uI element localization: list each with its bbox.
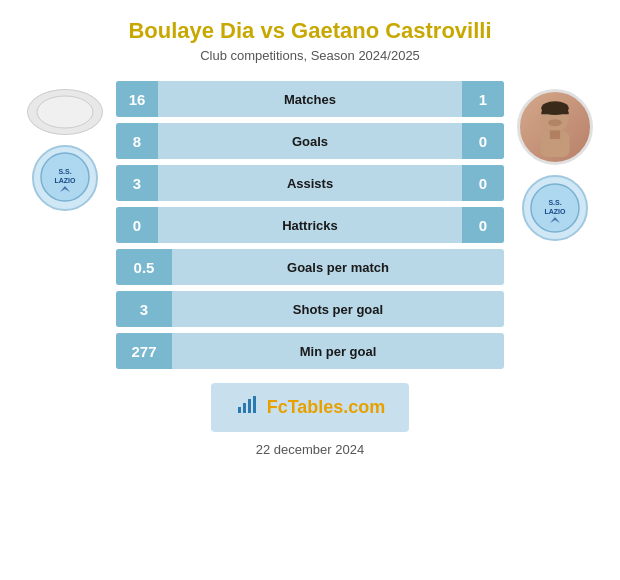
stat-row-goals: 8 Goals 0 bbox=[116, 123, 504, 159]
right-club-logo: S.S. LAZIO bbox=[522, 175, 588, 241]
svg-point-0 bbox=[37, 96, 93, 128]
stat-row-min-per-goal: 277 Min per goal bbox=[116, 333, 504, 369]
svg-rect-7 bbox=[550, 130, 560, 139]
watermark-tables: Tables.com bbox=[288, 397, 386, 417]
stat-right-hattricks: 0 bbox=[462, 207, 504, 243]
stat-label-min-per-goal: Min per goal bbox=[172, 344, 504, 359]
watermark-box[interactable]: FcTables.com bbox=[211, 383, 410, 432]
stat-left-hattricks: 0 bbox=[116, 207, 158, 243]
watermark-icon bbox=[235, 393, 259, 422]
stat-label-assists: Assists bbox=[158, 176, 462, 191]
stat-row-assists: 3 Assists 0 bbox=[116, 165, 504, 201]
svg-rect-14 bbox=[248, 399, 251, 413]
stat-value-goals-per-match: 0.5 bbox=[116, 249, 172, 285]
stat-left-matches: 16 bbox=[116, 81, 158, 117]
stat-value-min-per-goal: 277 bbox=[116, 333, 172, 369]
svg-rect-12 bbox=[238, 407, 241, 413]
stat-left-goals: 8 bbox=[116, 123, 158, 159]
player-photo bbox=[517, 89, 593, 165]
svg-point-8 bbox=[548, 119, 562, 126]
stat-label-hattricks: Hattricks bbox=[158, 218, 462, 233]
svg-text:LAZIO: LAZIO bbox=[545, 208, 567, 215]
stat-row-shots-per-goal: 3 Shots per goal bbox=[116, 291, 504, 327]
date-label: 22 december 2024 bbox=[256, 442, 364, 457]
stat-right-goals: 0 bbox=[462, 123, 504, 159]
page-container: Boulaye Dia vs Gaetano Castrovilli Club … bbox=[0, 0, 620, 580]
stat-left-assists: 3 bbox=[116, 165, 158, 201]
svg-rect-13 bbox=[243, 403, 246, 413]
stat-label-goals-per-match: Goals per match bbox=[172, 260, 504, 275]
page-subtitle: Club competitions, Season 2024/2025 bbox=[200, 48, 420, 63]
stat-row-goals-per-match: 0.5 Goals per match bbox=[116, 249, 504, 285]
watermark-fc: Fc bbox=[267, 397, 288, 417]
stats-column: 16 Matches 1 8 Goals 0 3 Assists 0 0 Hat… bbox=[116, 81, 504, 369]
stat-right-assists: 0 bbox=[462, 165, 504, 201]
stat-label-shots-per-goal: Shots per goal bbox=[172, 302, 504, 317]
svg-rect-15 bbox=[253, 396, 256, 413]
stat-row-hattricks: 0 Hattricks 0 bbox=[116, 207, 504, 243]
left-column: S.S. LAZIO bbox=[20, 81, 110, 211]
stat-label-goals: Goals bbox=[158, 134, 462, 149]
left-team-logo bbox=[27, 89, 103, 135]
watermark-text: FcTables.com bbox=[267, 397, 386, 418]
stat-value-shots-per-goal: 3 bbox=[116, 291, 172, 327]
svg-text:S.S.: S.S. bbox=[548, 199, 561, 206]
svg-text:S.S.: S.S. bbox=[58, 168, 71, 175]
stat-row-matches: 16 Matches 1 bbox=[116, 81, 504, 117]
stat-right-matches: 1 bbox=[462, 81, 504, 117]
right-column: S.S. LAZIO bbox=[510, 81, 600, 241]
main-content: S.S. LAZIO 16 Matches 1 8 Goals 0 bbox=[20, 81, 600, 369]
page-title: Boulaye Dia vs Gaetano Castrovilli bbox=[128, 18, 491, 44]
left-club-logo: S.S. LAZIO bbox=[32, 145, 98, 211]
stat-label-matches: Matches bbox=[158, 92, 462, 107]
svg-text:LAZIO: LAZIO bbox=[55, 177, 77, 184]
